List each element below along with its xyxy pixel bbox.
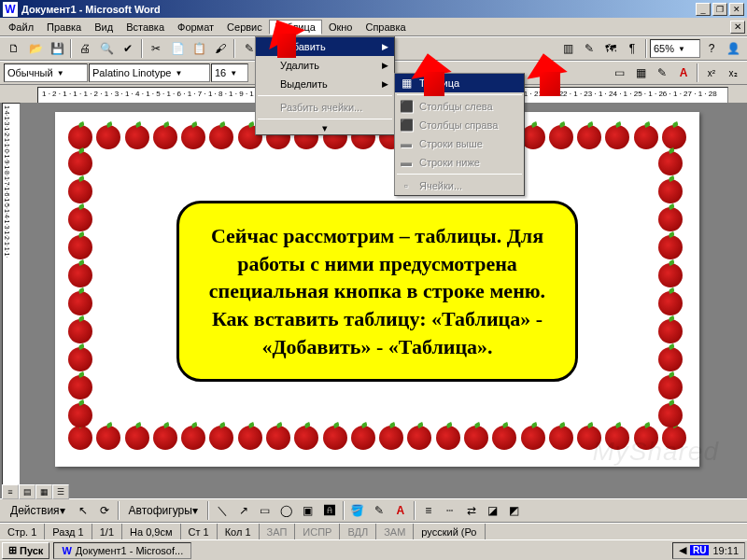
outline-view-icon[interactable]: ☰ xyxy=(52,484,69,499)
fill-color-icon[interactable]: 🪣 xyxy=(347,500,368,521)
print-icon[interactable]: 🖨 xyxy=(75,38,95,59)
apple-decoration xyxy=(68,125,92,149)
save-icon[interactable]: 💾 xyxy=(47,38,67,59)
status-ovr[interactable]: ЗАМ xyxy=(376,524,414,539)
oval-icon[interactable]: ◯ xyxy=(276,500,297,521)
apple-decoration xyxy=(549,426,573,450)
rectangle-icon[interactable]: ▭ xyxy=(255,500,275,521)
shadow-icon[interactable]: ◪ xyxy=(483,500,503,521)
maximize-button[interactable]: ❐ xyxy=(712,3,727,16)
menu-file[interactable]: Файл xyxy=(2,20,40,35)
font-combo[interactable]: Palatino Linotype▼ xyxy=(89,63,210,82)
title-bar: W Документ1 - Microsoft Word _ ❐ ✕ xyxy=(0,0,747,18)
app-icon: W xyxy=(3,2,18,17)
assistant-icon[interactable]: 👤 xyxy=(723,38,743,59)
show-marks-icon[interactable]: ¶ xyxy=(622,38,642,59)
border-icon[interactable]: ▦ xyxy=(630,63,651,83)
apple-decoration xyxy=(68,235,92,259)
mdi-close-button[interactable]: ✕ xyxy=(730,21,745,34)
apple-decoration xyxy=(577,125,601,149)
rows-above-icon: ▬ xyxy=(399,136,414,151)
3d-icon[interactable]: ◩ xyxy=(504,500,525,521)
apple-decoration xyxy=(658,375,683,399)
dash-style-icon[interactable]: ┄ xyxy=(440,500,460,521)
language-indicator[interactable]: RU xyxy=(690,545,709,555)
arrow-icon[interactable]: ↗ xyxy=(233,500,254,521)
open-icon[interactable]: 📂 xyxy=(25,38,46,59)
web-view-icon[interactable]: ▤ xyxy=(19,484,35,499)
taskbar-task-word[interactable]: WДокумент1 - Microsof... xyxy=(53,542,191,559)
apple-decoration xyxy=(658,235,683,259)
line-color-icon[interactable]: ✎ xyxy=(369,500,389,521)
close-button[interactable]: ✕ xyxy=(729,3,744,16)
autoshapes-menu[interactable]: Автофигуры ▾ xyxy=(122,500,204,521)
apple-decoration xyxy=(125,426,149,450)
style-combo[interactable]: Обычный▼ xyxy=(4,63,88,82)
menu-help[interactable]: Справка xyxy=(359,20,412,35)
menu-expand-chevron[interactable]: ▾ xyxy=(256,121,394,134)
cut-icon[interactable]: ✂ xyxy=(146,38,166,59)
submenu-item-cells[interactable]: ▫ Ячейки... xyxy=(395,176,524,195)
textbox-icon[interactable]: ▣ xyxy=(298,500,318,521)
page: Сейчас рассмотрим – таблицы. Для работы … xyxy=(55,112,699,467)
apple-decoration xyxy=(658,179,683,203)
drawing-icon[interactable]: ✎ xyxy=(579,38,599,59)
rotate-icon[interactable]: ⟳ xyxy=(94,500,115,521)
tray-icon[interactable]: ◀ xyxy=(679,544,686,556)
apple-decoration xyxy=(181,125,205,149)
submenu-item-rows-above[interactable]: ▬ Строки выше xyxy=(395,134,524,153)
submenu-item-cols-right[interactable]: ⬛ Столбцы справа xyxy=(395,116,524,134)
page-view-icon[interactable]: ▦ xyxy=(35,484,52,499)
font-color-icon-2[interactable]: A xyxy=(390,500,411,521)
preview-icon[interactable]: 🔍 xyxy=(96,38,117,59)
spellcheck-icon[interactable]: ✔ xyxy=(118,38,138,59)
normal-view-icon[interactable]: ≡ xyxy=(2,484,19,499)
line-style-icon[interactable]: ≡ xyxy=(418,500,439,521)
arrow-style-icon[interactable]: ⇄ xyxy=(461,500,482,521)
menu-edit[interactable]: Правка xyxy=(40,20,88,35)
clock[interactable]: 19:11 xyxy=(712,545,739,556)
submenu-item-rows-below[interactable]: ▬ Строки ниже xyxy=(395,153,524,172)
submenu-item-cols-left[interactable]: ⬛ Столбцы слева xyxy=(395,97,524,116)
menu-item-delete[interactable]: Удалить▶ xyxy=(256,56,394,75)
minimize-button[interactable]: _ xyxy=(696,3,711,16)
menu-format[interactable]: Формат xyxy=(171,20,220,35)
menu-item-split-cells[interactable]: Разбить ячейки... xyxy=(256,98,394,117)
add-submenu-dropdown: ▦ Таблица ⬛ Столбцы слева ⬛ Столбцы спра… xyxy=(394,73,525,196)
wordart-icon[interactable]: 🅰 xyxy=(319,500,340,521)
size-combo[interactable]: 16▼ xyxy=(211,63,248,82)
subscript-icon[interactable]: x₂ xyxy=(723,63,743,83)
start-button[interactable]: ⊞Пуск xyxy=(2,542,49,559)
menu-window[interactable]: Окно xyxy=(322,20,359,35)
highlight-icon[interactable]: ▭ xyxy=(609,63,629,83)
apple-decoration xyxy=(662,426,686,450)
zoom-combo[interactable]: 65%▼ xyxy=(650,39,700,58)
apple-decoration xyxy=(181,426,205,450)
line-icon[interactable]: ＼ xyxy=(212,500,233,521)
select-arrow-icon[interactable]: ↖ xyxy=(73,500,93,521)
map-icon[interactable]: 🗺 xyxy=(600,38,621,59)
format-painter-icon[interactable]: 🖌 xyxy=(210,38,231,59)
apple-decoration xyxy=(549,125,573,149)
menu-item-select[interactable]: Выделить▶ xyxy=(256,75,394,93)
status-language[interactable]: русский (Ро xyxy=(414,524,485,539)
document-area[interactable]: Сейчас рассмотрим – таблицы. Для работы … xyxy=(22,103,747,499)
status-rec[interactable]: ЗАП xyxy=(260,524,296,539)
apple-decoration xyxy=(266,426,290,450)
pen-icon[interactable]: ✎ xyxy=(652,63,672,83)
new-doc-icon[interactable]: 🗋 xyxy=(4,38,24,59)
menu-view[interactable]: Вид xyxy=(88,20,120,35)
superscript-icon[interactable]: x² xyxy=(701,63,722,83)
apple-decoration xyxy=(464,426,488,450)
copy-icon[interactable]: 📄 xyxy=(167,38,188,59)
help-icon[interactable]: ? xyxy=(701,38,722,59)
actions-menu[interactable]: Действия ▾ xyxy=(4,500,72,521)
status-trk[interactable]: ИСПР xyxy=(295,524,340,539)
paste-icon[interactable]: 📋 xyxy=(189,38,209,59)
vertical-ruler[interactable]: 1·4·1·3·1·2·1·1·0·1·9·1·8·1·7·1·6·1·5·1·… xyxy=(2,103,21,499)
font-color-icon[interactable]: A xyxy=(673,63,694,83)
status-ext[interactable]: ВДЛ xyxy=(340,524,376,539)
menu-insert[interactable]: Вставка xyxy=(120,20,171,35)
drawing-toolbar: Действия ▾ ↖ ⟳ Автофигуры ▾ ＼ ↗ ▭ ◯ ▣ 🅰 … xyxy=(0,498,747,523)
apple-decoration xyxy=(96,125,120,149)
